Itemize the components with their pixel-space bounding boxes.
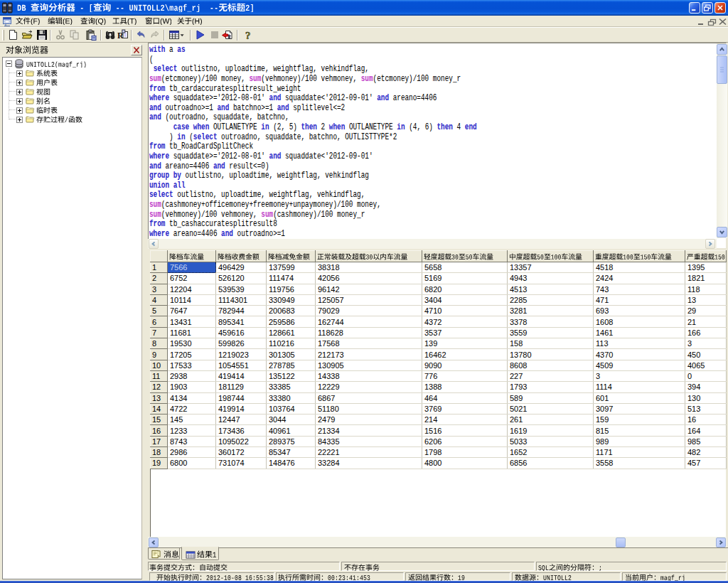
svg-text:?: ? [245,30,251,41]
